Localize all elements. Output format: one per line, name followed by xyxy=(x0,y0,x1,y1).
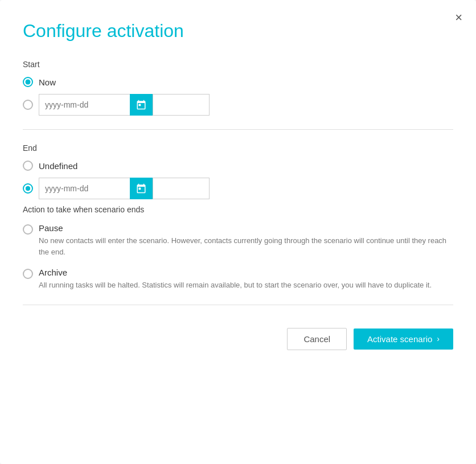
close-button[interactable]: × xyxy=(455,11,462,24)
modal-title: Configure activation xyxy=(23,20,453,42)
end-date-radio[interactable] xyxy=(23,183,33,194)
archive-option: Archive All running tasks will be halted… xyxy=(23,268,453,291)
end-date-input[interactable] xyxy=(39,178,130,199)
archive-label: Archive xyxy=(39,268,432,277)
start-section: Start Now 08:00 xyxy=(23,60,453,116)
start-datetime-row: 08:00 xyxy=(23,94,453,116)
divider-1 xyxy=(23,129,453,130)
end-label: End xyxy=(23,143,453,153)
end-calendar-button[interactable] xyxy=(130,178,153,199)
action-title: Action to take when scenario ends xyxy=(23,205,453,214)
calendar-icon xyxy=(136,100,146,110)
end-section: End Undefined 08:00 xyxy=(23,143,453,199)
start-now-label[interactable]: Now xyxy=(39,77,56,87)
start-label: Start xyxy=(23,60,453,69)
end-undefined-radio[interactable] xyxy=(23,161,33,171)
action-section: Action to take when scenario ends Pause … xyxy=(23,205,453,291)
archive-radio[interactable] xyxy=(23,269,33,279)
divider-2 xyxy=(23,305,453,305)
start-now-radio[interactable] xyxy=(23,77,33,87)
archive-description: All running tasks will be halted. Statis… xyxy=(39,280,432,291)
footer: Cancel Activate scenario › xyxy=(23,328,453,350)
end-time-input[interactable]: 08:00 xyxy=(153,178,210,199)
end-datetime-row: 08:00 xyxy=(23,178,453,199)
start-date-input[interactable] xyxy=(39,94,130,116)
pause-label: Pause xyxy=(39,223,453,233)
calendar-icon xyxy=(136,183,146,194)
activate-button[interactable]: Activate scenario › xyxy=(354,329,453,350)
end-undefined-row: Undefined xyxy=(23,161,453,171)
start-calendar-button[interactable] xyxy=(130,94,153,116)
chevron-icon: › xyxy=(437,334,440,343)
pause-radio[interactable] xyxy=(23,224,33,235)
start-date-radio[interactable] xyxy=(23,100,33,110)
pause-option: Pause No new contacts will enter the sce… xyxy=(23,223,453,257)
start-time-input[interactable]: 08:00 xyxy=(153,94,210,116)
configure-activation-modal: × Configure activation Start Now 08:00 E… xyxy=(0,0,476,464)
activate-label: Activate scenario xyxy=(367,334,432,344)
cancel-button[interactable]: Cancel xyxy=(287,328,347,350)
end-undefined-label[interactable]: Undefined xyxy=(39,161,77,171)
start-now-row: Now xyxy=(23,77,453,87)
pause-description: No new contacts will enter the scenario.… xyxy=(39,235,453,257)
